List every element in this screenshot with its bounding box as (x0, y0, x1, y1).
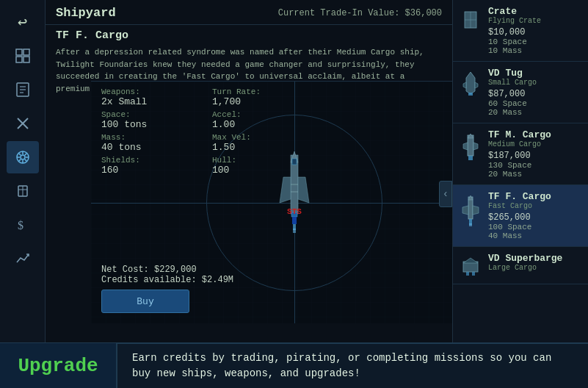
svg-rect-2 (16, 57, 22, 62)
sidebar-icon-map[interactable] (7, 40, 39, 72)
svg-marker-39 (466, 72, 475, 94)
svg-rect-3 (23, 57, 29, 62)
upgrade-description: Earn credits by trading, pirating, or co… (117, 351, 588, 381)
svg-rect-42 (468, 93, 473, 96)
hull-group: Hull: 100 (212, 156, 301, 176)
weapons-value: 2x Small (101, 96, 190, 107)
svg-point-11 (21, 155, 25, 159)
sts-label: STS (287, 207, 302, 216)
ship-name: TF F. Cargo (46, 25, 452, 45)
ship-card-stat-vd-tug-0: 60 Space (488, 99, 582, 108)
ship-card-vd-superbarge[interactable]: VD SuperbargeLarge Cargo (453, 247, 588, 284)
ship-card-info-crate: CrateFlying Crate$10,00010 Space10 Mass (488, 6, 582, 55)
svg-marker-51 (473, 206, 479, 215)
ship-card-stat-crate-1: 10 Mass (488, 46, 582, 55)
buy-button[interactable]: Buy (101, 290, 189, 313)
ship-list-panel: CrateFlying Crate$10,00010 Space10 MassV… (452, 0, 588, 388)
svg-marker-50 (462, 206, 468, 215)
svg-rect-30 (292, 217, 297, 224)
weapons-label: Weapons: (101, 87, 190, 96)
ship-card-name-vd-superbarge: VD Superbarge (488, 253, 582, 264)
space-label: Space: (101, 110, 190, 119)
shields-value: 160 (101, 165, 190, 176)
svg-rect-56 (466, 272, 469, 276)
sidebar-icon-missions[interactable] (7, 73, 39, 106)
space-group: Space: 100 tons (101, 110, 190, 130)
ship-card-crate[interactable]: CrateFlying Crate$10,00010 Space10 Mass (453, 0, 588, 62)
sidebar-icon-stats[interactable] (7, 242, 39, 275)
svg-line-16 (18, 154, 21, 156)
costs-overlay: Net Cost: $229,000 Credits available: $2… (91, 265, 244, 285)
ship-card-name-tf-f-cargo: TF F. Cargo (488, 191, 582, 202)
ship-card-info-tf-m-cargo: TF M. CargoMedium Cargo$187,000130 Space… (488, 129, 582, 179)
sidebar-icon-tools[interactable] (7, 107, 39, 140)
ship-card-type-vd-superbarge: Large Cargo (488, 264, 582, 272)
sidebar-icon-finance[interactable]: $ (7, 209, 39, 241)
ship-card-stat-tf-m-cargo-1: 20 Mass (488, 170, 582, 179)
svg-marker-46 (473, 143, 478, 150)
stats-overlay: Weapons: 2x Small Turn Rate: 1,700 Space… (91, 82, 311, 182)
shields-group: Shields: 160 (101, 156, 190, 176)
ship-card-stat-tf-f-cargo-0: 100 Space (488, 223, 582, 231)
page-title: Shipyard (56, 6, 116, 20)
accel-value: 1.00 (212, 119, 301, 130)
ship-display-area: STS Weapons: 2x Small Turn Rate: 1,700 S… (91, 81, 498, 323)
mass-value: 40 tons (101, 142, 190, 153)
svg-rect-47 (468, 156, 473, 160)
ship-card-price-tf-m-cargo: $187,000 (488, 151, 582, 161)
weapons-group: Weapons: 2x Small (101, 87, 190, 107)
ship-card-name-vd-tug: VD Tug (488, 68, 582, 79)
hull-label: Hull: (212, 156, 301, 165)
turnrate-group: Turn Rate: 1,700 (212, 87, 301, 107)
ship-card-type-vd-tug: Small Cargo (488, 79, 582, 87)
accel-group: Accel: 1.00 (212, 110, 301, 130)
ship-card-price-tf-f-cargo: $265,000 (488, 212, 582, 223)
ship-card-tf-f-cargo[interactable]: TF F. CargoFast Cargo$265,000100 Space40… (453, 185, 588, 247)
shields-label: Shields: (101, 156, 190, 165)
maxvel-group: Max Vel: 1.50 (212, 133, 301, 153)
credits-available: Credits available: $2.49M (101, 275, 233, 285)
ship-card-info-vd-superbarge: VD SuperbargeLarge Cargo (488, 253, 582, 274)
ship-card-price-crate: $10,000 (488, 27, 582, 37)
sidebar: ↩ (0, 0, 46, 388)
ship-card-type-tf-f-cargo: Fast Cargo (488, 202, 582, 210)
bottom-bar: Upgrade Earn credits by trading, piratin… (0, 342, 588, 388)
mass-group: Mass: 40 tons (101, 133, 190, 153)
net-cost: Net Cost: $229,000 (101, 265, 233, 275)
maxvel-label: Max Vel: (212, 133, 301, 142)
accel-label: Accel: (212, 110, 301, 119)
svg-rect-32 (293, 229, 296, 233)
svg-marker-41 (475, 82, 478, 88)
ship-card-tf-m-cargo[interactable]: TF M. CargoMedium Cargo$187,000130 Space… (453, 123, 588, 185)
hull-value: 100 (212, 165, 301, 176)
svg-line-17 (24, 159, 26, 162)
sidebar-icon-back[interactable]: ↩ (7, 6, 39, 38)
upgrade-label: Upgrade (0, 343, 117, 388)
ship-card-type-crate: Flying Crate (488, 17, 582, 25)
ship-card-icon-crate (459, 6, 482, 32)
sidebar-icon-helm[interactable] (7, 141, 39, 173)
space-value: 100 tons (101, 119, 190, 130)
ship-card-icon-tf-m-cargo (459, 129, 482, 162)
svg-rect-57 (472, 272, 475, 276)
ship-card-price-vd-tug: $87,000 (488, 89, 582, 99)
ship-card-info-vd-tug: VD TugSmall Cargo$87,00060 Space20 Mass (488, 68, 582, 117)
svg-marker-45 (463, 143, 468, 150)
svg-marker-55 (463, 258, 478, 263)
ship-card-stat-tf-f-cargo-1: 40 Mass (488, 231, 582, 240)
ship-card-icon-vd-superbarge (459, 253, 482, 278)
turnrate-label: Turn Rate: (212, 87, 301, 96)
ship-card-stat-vd-tug-1: 20 Mass (488, 108, 582, 117)
ship-card-stat-crate-0: 10 Space (488, 37, 582, 46)
mass-label: Mass: (101, 133, 190, 142)
ship-card-vd-tug[interactable]: VD TugSmall Cargo$87,00060 Space20 Mass (453, 62, 588, 123)
sidebar-icon-cargo[interactable] (7, 175, 39, 207)
trade-in-value: Current Trade-In Value: $36,000 (278, 8, 442, 18)
ship-card-stat-tf-m-cargo-0: 130 Space (488, 161, 582, 170)
svg-line-19 (18, 159, 21, 162)
ship-card-type-tf-m-cargo: Medium Cargo (488, 140, 582, 148)
ship-card-icon-tf-f-cargo (459, 191, 482, 226)
header: Shipyard Current Trade-In Value: $36,000 (46, 0, 452, 25)
svg-rect-53 (469, 223, 472, 226)
collapse-button[interactable]: ‹ (439, 181, 452, 207)
